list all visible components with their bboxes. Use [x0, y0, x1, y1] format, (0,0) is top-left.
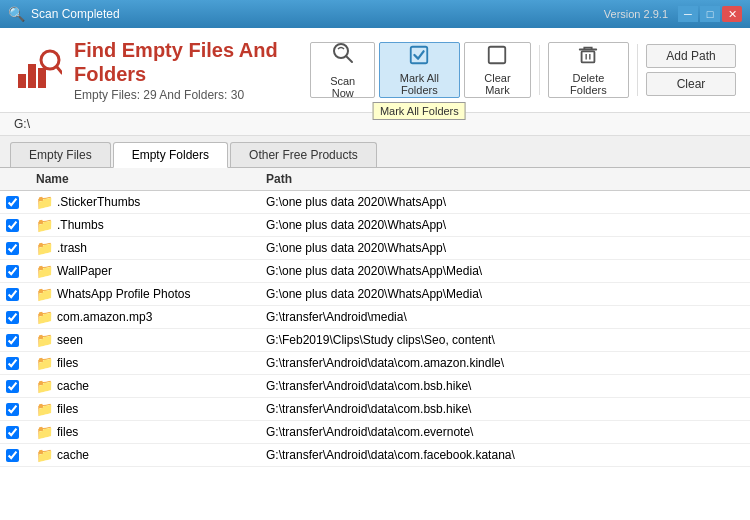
app-title: Find Empty Files And Folders: [74, 38, 310, 86]
scan-icon: [331, 41, 355, 71]
app-icon-small: 🔍: [8, 6, 25, 22]
delete-icon: [577, 44, 599, 68]
toolbar: Scan Now Mark All Folders Mark All Folde…: [310, 42, 736, 98]
row-name: 📁 WallPaper: [36, 263, 266, 279]
table-row[interactable]: 📁 .Thumbs G:\one plus data 2020\WhatsApp…: [0, 214, 750, 237]
minimize-button[interactable]: ─: [678, 6, 698, 22]
table-row[interactable]: 📁 files G:\transfer\Android\data\com.bsb…: [0, 398, 750, 421]
table-row[interactable]: 📁 .trash G:\one plus data 2020\WhatsApp\: [0, 237, 750, 260]
table-body[interactable]: 📁 .StickerThumbs G:\one plus data 2020\W…: [0, 191, 750, 520]
folder-icon: 📁: [36, 286, 53, 302]
clear-mark-label: Clear Mark: [477, 72, 518, 96]
table-row[interactable]: 📁 .StickerThumbs G:\one plus data 2020\W…: [0, 191, 750, 214]
svg-line-6: [346, 56, 352, 62]
row-name: 📁 cache: [36, 447, 266, 463]
tooltip-mark-all: Mark All Folders: [373, 102, 466, 120]
row-checkbox[interactable]: [6, 426, 19, 439]
row-path: G:\one plus data 2020\WhatsApp\Media\: [266, 287, 744, 301]
row-name-text: .StickerThumbs: [57, 195, 140, 209]
row-name: 📁 .trash: [36, 240, 266, 256]
clear-mark-button[interactable]: Clear Mark: [464, 42, 531, 98]
row-name-text: files: [57, 402, 78, 416]
row-path: G:\one plus data 2020\WhatsApp\: [266, 218, 744, 232]
table-row[interactable]: 📁 files G:\transfer\Android\data\com.eve…: [0, 421, 750, 444]
row-path: G:\one plus data 2020\WhatsApp\: [266, 195, 744, 209]
row-path: G:\transfer\Android\data\com.bsb.hike\: [266, 379, 744, 393]
svg-rect-0: [18, 74, 26, 88]
delete-folders-label: Delete Folders: [561, 72, 616, 96]
row-name-text: .trash: [57, 241, 87, 255]
row-path: G:\transfer\Android\data\com.facebook.ka…: [266, 448, 744, 462]
table-row[interactable]: 📁 cache G:\transfer\Android\data\com.fac…: [0, 444, 750, 467]
tab-empty-files[interactable]: Empty Files: [10, 142, 111, 167]
maximize-button[interactable]: □: [700, 6, 720, 22]
close-button[interactable]: ✕: [722, 6, 742, 22]
row-checkbox[interactable]: [6, 357, 19, 370]
clear-mark-icon: [486, 44, 508, 68]
row-checkbox[interactable]: [6, 219, 19, 232]
svg-rect-7: [411, 47, 428, 64]
col-header-path: Path: [266, 172, 744, 186]
row-checkbox[interactable]: [6, 449, 19, 462]
table-row[interactable]: 📁 cache G:\transfer\Android\data\com.bsb…: [0, 375, 750, 398]
row-path: G:\transfer\Android\data\com.bsb.hike\: [266, 402, 744, 416]
table-row[interactable]: 📁 WallPaper G:\one plus data 2020\WhatsA…: [0, 260, 750, 283]
row-checkbox[interactable]: [6, 403, 19, 416]
row-path: G:\transfer\Android\data\com.amazon.kind…: [266, 356, 744, 370]
clear-button[interactable]: Clear: [646, 72, 736, 96]
row-name-text: files: [57, 425, 78, 439]
row-name: 📁 com.amazon.mp3: [36, 309, 266, 325]
title-bar-text: Scan Completed: [31, 7, 120, 21]
app-logo: [14, 46, 62, 94]
right-panel: Add Path Clear: [637, 44, 736, 96]
folder-icon: 📁: [36, 217, 53, 233]
row-name: 📁 cache: [36, 378, 266, 394]
tab-empty-folders[interactable]: Empty Folders: [113, 142, 228, 168]
main-container: Find Empty Files And Folders Empty Files…: [0, 28, 750, 520]
version-label: Version 2.9.1: [604, 8, 668, 20]
tab-other-free-products[interactable]: Other Free Products: [230, 142, 377, 167]
row-path: G:\one plus data 2020\WhatsApp\: [266, 241, 744, 255]
header-text: Find Empty Files And Folders Empty Files…: [74, 38, 310, 102]
toolbar-divider: [539, 45, 540, 95]
mark-all-folders-button[interactable]: Mark All Folders: [379, 42, 460, 98]
row-name: 📁 WhatsApp Profile Photos: [36, 286, 266, 302]
row-name-text: cache: [57, 448, 89, 462]
mark-all-label: Mark All Folders: [392, 72, 447, 96]
table-container: Name Path 📁 .StickerThumbs G:\one plus d…: [0, 168, 750, 520]
folder-icon: 📁: [36, 378, 53, 394]
folder-icon: 📁: [36, 309, 53, 325]
add-path-button[interactable]: Add Path: [646, 44, 736, 68]
row-checkbox[interactable]: [6, 288, 19, 301]
row-checkbox[interactable]: [6, 334, 19, 347]
svg-rect-8: [489, 47, 506, 64]
row-checkbox[interactable]: [6, 311, 19, 324]
table-row[interactable]: 📁 com.amazon.mp3 G:\transfer\Android\med…: [0, 306, 750, 329]
row-name-text: WallPaper: [57, 264, 112, 278]
header-left: Find Empty Files And Folders Empty Files…: [14, 38, 310, 102]
header-area: Find Empty Files And Folders Empty Files…: [0, 28, 750, 113]
title-bar: 🔍 Scan Completed Version 2.9.1 ─ □ ✕: [0, 0, 750, 28]
row-name: 📁 .Thumbs: [36, 217, 266, 233]
table-row[interactable]: 📁 WhatsApp Profile Photos G:\one plus da…: [0, 283, 750, 306]
app-subtitle: Empty Files: 29 And Folders: 30: [74, 88, 310, 102]
scan-now-button[interactable]: Scan Now: [310, 42, 375, 98]
row-checkbox[interactable]: [6, 242, 19, 255]
col-header-check: [6, 172, 36, 186]
table-row[interactable]: 📁 seen G:\Feb2019\Clips\Study clips\Seo,…: [0, 329, 750, 352]
row-checkbox[interactable]: [6, 380, 19, 393]
table-row[interactable]: 📁 files G:\transfer\Android\data\com.ama…: [0, 352, 750, 375]
folder-icon: 📁: [36, 332, 53, 348]
row-checkbox[interactable]: [6, 196, 19, 209]
title-bar-controls: Version 2.9.1 ─ □ ✕: [604, 6, 742, 22]
svg-rect-9: [582, 51, 595, 62]
row-name: 📁 files: [36, 424, 266, 440]
row-name-text: .Thumbs: [57, 218, 104, 232]
folder-icon: 📁: [36, 401, 53, 417]
row-name-text: seen: [57, 333, 83, 347]
row-name: 📁 seen: [36, 332, 266, 348]
row-checkbox[interactable]: [6, 265, 19, 278]
mark-icon: [408, 44, 430, 68]
folder-icon: 📁: [36, 355, 53, 371]
delete-folders-button[interactable]: Delete Folders: [548, 42, 629, 98]
